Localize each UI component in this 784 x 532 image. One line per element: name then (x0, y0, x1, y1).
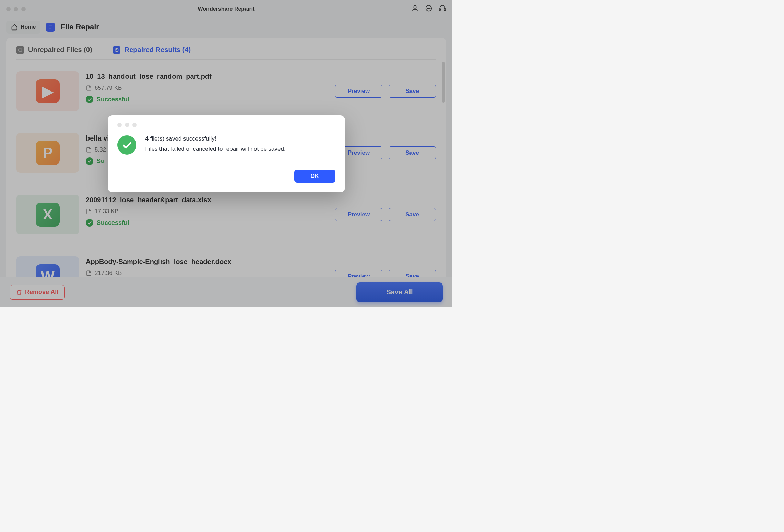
modal-overlay: 4 file(s) saved successfully! Files that… (0, 0, 452, 307)
dialog-count: 4 (145, 135, 149, 142)
dialog-max-dot[interactable] (132, 123, 137, 127)
success-check-icon (117, 135, 136, 155)
ok-button[interactable]: OK (294, 170, 335, 183)
dialog-line1-suffix: file(s) saved successfully! (149, 135, 216, 142)
dialog-min-dot[interactable] (125, 123, 129, 127)
dialog-close-dot[interactable] (117, 123, 122, 127)
dialog-line1: 4 file(s) saved successfully! (145, 135, 335, 142)
dialog-line2: Files that failed or canceled to repair … (145, 146, 335, 153)
save-success-dialog: 4 file(s) saved successfully! Files that… (108, 115, 345, 192)
